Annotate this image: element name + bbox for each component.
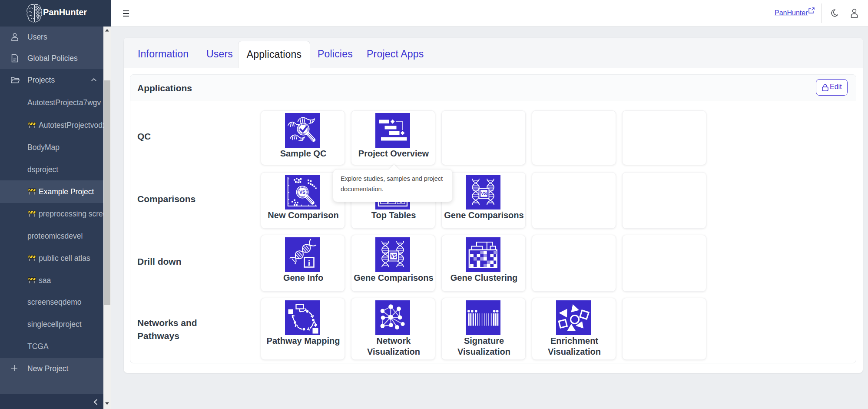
svg-text:i: i <box>308 258 310 267</box>
svg-text:VS: VS <box>299 190 305 195</box>
svg-text:VS: VS <box>391 254 397 259</box>
svg-text:VS: VS <box>481 191 487 196</box>
